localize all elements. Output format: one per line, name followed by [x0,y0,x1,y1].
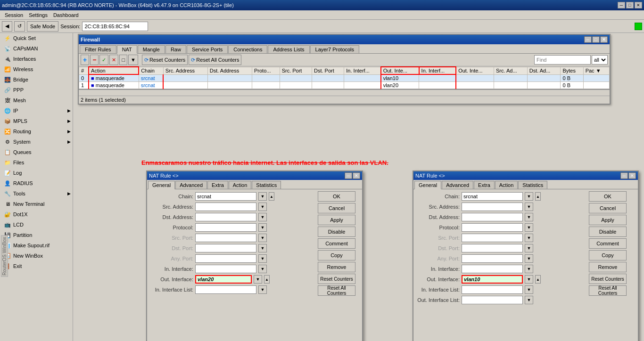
d2-comment-btn[interactable]: Comment [589,238,627,249]
d2-dst-port-input[interactable] [462,244,523,252]
d2-out-if-input[interactable] [462,275,523,284]
fw-minimize-btn[interactable]: ─ [584,36,592,43]
fw-reset-all-counters-btn[interactable]: ⟳ Reset All Counters [189,55,241,65]
d2-tab-general[interactable]: General [414,181,441,189]
d2-src-select[interactable]: ▼ [525,203,533,211]
safemode-btn[interactable]: Safe Mode [27,21,58,32]
d1-dst-addr-input[interactable] [195,213,256,221]
fw-remove-btn[interactable]: − [90,55,99,65]
tab-raw[interactable]: Raw [165,45,186,53]
d2-out-if-select[interactable]: ▼ [525,275,533,284]
d1-tab-action[interactable]: Action [229,181,252,189]
fw-reset-counters-btn[interactable]: ⟳ Reset Counters [142,55,188,65]
d1-src-select[interactable]: ▼ [258,203,267,211]
menu-settings[interactable]: Settings [26,12,50,18]
d2-src-addr-input[interactable] [462,203,523,211]
maximize-btn[interactable]: □ [626,2,634,8]
d2-disable-btn[interactable]: Disable [589,227,627,237]
fw-search-input[interactable] [534,55,591,65]
d2-tab-advanced[interactable]: Advanced [442,181,473,189]
d2-tab-action[interactable]: Action [495,181,518,189]
d1-any-port-select[interactable]: ▼ [258,254,267,263]
d2-chain-scroll-up[interactable]: ▲ [535,192,541,201]
d1-chain-select[interactable]: ▼ [258,192,267,201]
sidebar-item-files[interactable]: 📁 Files [0,157,73,168]
menu-session[interactable]: Session [2,12,26,18]
d1-in-if-list-input[interactable] [195,285,256,294]
d1-src-addr-input[interactable] [195,203,256,211]
sidebar-item-ppp[interactable]: 🔗 PPP [0,85,73,95]
fw-close-btn[interactable]: ✕ [600,36,608,43]
tab-address-lists[interactable]: Address Lists [268,45,309,53]
d2-apply-btn[interactable]: Apply [589,215,627,225]
dialog1-close[interactable]: ✕ [353,172,360,179]
session-input[interactable] [82,22,148,31]
sidebar-item-capsman[interactable]: 📡 CAPsMAN [0,43,73,54]
sidebar-item-ip[interactable]: 🌐 IP ▶ [0,106,73,116]
sidebar-item-makesupout[interactable]: 📊 Make Supout.rif [0,240,73,251]
d2-ok-btn[interactable]: OK [589,191,627,202]
d2-tab-statistics[interactable]: Statistics [518,181,547,189]
sidebar-item-tools[interactable]: 🔧 Tools ▶ [0,188,73,199]
d2-any-port-input[interactable] [462,254,523,263]
d1-comment-btn[interactable]: Comment [318,238,355,249]
tab-connections[interactable]: Connections [228,45,267,53]
fw-disable-btn[interactable]: ✕ [109,55,118,65]
d2-dst-addr-input[interactable] [462,213,523,221]
d2-in-if-list-select[interactable]: ▼ [525,285,533,294]
d1-reset-all-counters-btn[interactable]: Reset All Counters [318,285,355,296]
d1-reset-counters-btn[interactable]: Reset Counters [318,274,355,284]
d2-copy-btn[interactable]: Copy [589,250,627,260]
fw-filter-select[interactable]: all [592,55,608,65]
sidebar-item-log[interactable]: 📝 Log [0,168,73,178]
d2-any-port-select[interactable]: ▼ [525,254,533,263]
sidebar-item-bridge[interactable]: 🌉 Bridge [0,74,73,85]
table-row[interactable]: 0 ■ masquerade srcnat vlan10 [79,74,610,82]
fw-add-btn[interactable]: + [81,55,89,65]
minimize-btn[interactable]: ─ [618,2,625,8]
sidebar-item-exit[interactable]: 🚪 Exit [0,261,73,271]
d1-out-if-scroll-up[interactable]: ▲ [264,275,270,284]
d2-dst-port-select[interactable]: ▼ [525,244,533,252]
d2-reset-counters-btn[interactable]: Reset Counters [589,274,627,284]
d1-tab-extra[interactable]: Extra [207,181,228,189]
d2-proto-select[interactable]: ▼ [525,223,533,232]
sidebar-item-mesh[interactable]: 🕸 Mesh [0,95,73,106]
d1-tab-statistics[interactable]: Statistics [252,181,281,189]
d1-chain-scroll-up[interactable]: ▲ [269,192,274,201]
d1-out-if-input[interactable] [195,275,252,284]
sidebar-item-queues[interactable]: 📋 Queues [0,147,73,157]
sidebar-item-radius[interactable]: 👤 RADIUS [0,178,73,188]
d1-remove-btn[interactable]: Remove [318,262,355,272]
back-btn[interactable]: ◀ [2,21,12,32]
d2-in-if-list-input[interactable] [462,285,523,294]
d2-cancel-btn[interactable]: Cancel [589,203,627,213]
d1-out-if-select[interactable]: ▼ [254,275,262,284]
d2-out-if-list-select[interactable]: ▼ [525,296,533,304]
fw-filter-btn[interactable]: ▼ [128,55,138,65]
d2-chain-input[interactable] [462,192,523,201]
d1-cancel-btn[interactable]: Cancel [318,203,355,213]
d2-out-if-scroll-up[interactable]: ▲ [535,275,541,284]
d2-proto-input[interactable] [462,223,523,232]
d1-tab-general[interactable]: General [148,181,175,189]
dialog2-close[interactable]: ✕ [628,172,636,179]
dialog1-minimize[interactable]: ─ [345,172,352,179]
sidebar-item-lcd[interactable]: 📺 LCD [0,219,73,230]
dialog2-minimize[interactable]: ─ [620,172,628,179]
d1-chain-input[interactable] [195,192,256,201]
d1-dst-port-input[interactable] [195,244,256,252]
d1-ok-btn[interactable]: OK [318,191,355,202]
d1-apply-btn[interactable]: Apply [318,215,355,225]
d1-in-if-list-select[interactable]: ▼ [258,285,267,294]
d2-remove-btn[interactable]: Remove [589,262,627,272]
d2-src-port-input[interactable] [462,234,523,242]
close-btn[interactable]: ✕ [635,2,642,8]
d1-proto-select[interactable]: ▼ [258,223,267,232]
tab-filter-rules[interactable]: Filter Rules [80,45,116,53]
sidebar-item-wireless[interactable]: 📶 Wireless [0,64,73,74]
d1-disable-btn[interactable]: Disable [318,227,355,237]
d2-chain-select[interactable]: ▼ [525,192,533,201]
sidebar-item-newterminal[interactable]: 🖥 New Terminal [0,199,73,209]
d1-in-if-input[interactable] [195,265,256,273]
